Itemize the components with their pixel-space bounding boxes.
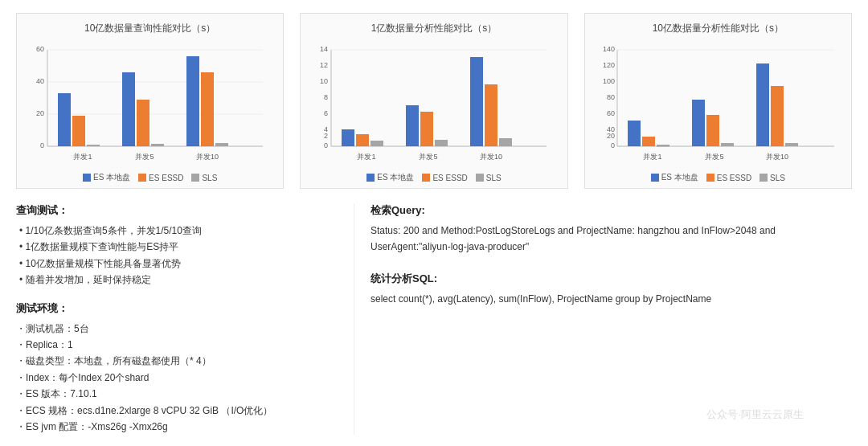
chart-box-3: 10亿数据量分析性能对比（s） 140 120 100 80 60 40 20 … (584, 13, 852, 189)
chart-svg-1: 60 40 20 0 并发1 (30, 40, 271, 169)
svg-text:20: 20 (607, 132, 615, 140)
svg-text:并发1: 并发1 (357, 153, 375, 161)
svg-text:并发1: 并发1 (644, 153, 662, 161)
sql-block: 统计分析SQL: select count(*), avg(Latency), … (371, 272, 852, 307)
query-test-title: 查询测试： (16, 203, 346, 218)
svg-rect-66 (756, 63, 769, 146)
svg-text:60: 60 (36, 45, 44, 53)
chart-svg-3: 140 120 100 80 60 40 20 0 并发1 (597, 40, 838, 169)
svg-rect-20 (215, 143, 228, 146)
svg-text:并发5: 并发5 (419, 153, 437, 161)
query-item-2: 10亿数据量规模下性能具备显著优势 (19, 256, 346, 272)
legend-es-local-3: ES 本地盘 (651, 172, 698, 183)
svg-rect-58 (628, 121, 641, 146)
search-query-content: Status: 200 and Method:PostLogStoreLogs … (371, 223, 852, 256)
search-query-block: 检索Query: Status: 200 and Method:PostLogS… (371, 203, 852, 256)
svg-rect-43 (485, 84, 497, 146)
svg-text:并发5: 并发5 (706, 153, 724, 161)
svg-text:并发5: 并发5 (135, 153, 154, 161)
env-item-2: ・磁盘类型：本地盘，所有磁盘都使用（* 4） (16, 353, 346, 369)
main-container: 10亿数据量查询性能对比（s） 60 40 20 0 (0, 0, 868, 443)
svg-text:12: 12 (320, 61, 328, 69)
chart-box-2: 1亿数据量分析性能对比（s） 14 12 10 8 6 4 2 0 (300, 13, 567, 189)
env-item-4: ・ES 版本：7.10.1 (16, 386, 346, 402)
svg-rect-63 (706, 115, 719, 146)
query-item-3: 随着并发增加，延时保持稳定 (19, 272, 346, 288)
svg-rect-39 (420, 112, 433, 146)
svg-text:140: 140 (603, 45, 615, 53)
svg-text:40: 40 (36, 77, 44, 85)
svg-rect-10 (58, 93, 71, 146)
chart-svg-2: 14 12 10 8 6 4 2 0 并发1 (313, 40, 555, 169)
sql-content: select count(*), avg(Latency), sum(InFlo… (371, 291, 852, 307)
svg-rect-36 (371, 141, 383, 146)
legend-es-local-2: ES 本地盘 (366, 172, 414, 183)
svg-rect-38 (406, 105, 419, 146)
legend-sls-3: SLS (760, 172, 785, 183)
svg-text:0: 0 (40, 141, 44, 149)
legend-es-essd-1: ES ESSD (138, 172, 183, 183)
env-item-5: ・ECS 规格：ecs.d1ne.2xlarge 8 vCPU 32 GiB （… (16, 403, 346, 419)
chart-legend-1: ES 本地盘 ES ESSD SLS (83, 172, 217, 183)
svg-text:8: 8 (324, 93, 328, 101)
legend-sls-2: SLS (476, 172, 502, 183)
svg-text:14: 14 (320, 45, 328, 53)
legend-sls-1: SLS (191, 172, 217, 183)
query-item-0: 1/10亿条数据查询5条件，并发1/5/10查询 (19, 223, 346, 239)
charts-row: 10亿数据量查询性能对比（s） 60 40 20 0 (16, 13, 852, 189)
svg-text:10: 10 (320, 77, 328, 85)
svg-rect-35 (356, 134, 369, 146)
svg-text:并发10: 并发10 (766, 153, 788, 161)
svg-text:并发1: 并发1 (73, 153, 92, 161)
svg-rect-11 (72, 116, 85, 146)
svg-text:0: 0 (324, 141, 328, 149)
bottom-row: 查询测试： 1/10亿条数据查询5条件，并发1/5/10查询 1亿数据量规模下查… (16, 203, 852, 435)
svg-rect-44 (499, 138, 512, 146)
chart-box-1: 10亿数据量查询性能对比（s） 60 40 20 0 (16, 13, 284, 189)
svg-rect-68 (785, 143, 798, 146)
env-content: ・测试机器：5台 ・Replica：1 ・磁盘类型：本地盘，所有磁盘都使用（* … (16, 321, 346, 436)
svg-rect-12 (87, 145, 100, 146)
legend-es-essd-3: ES ESSD (706, 172, 751, 183)
chart-title-2: 1亿数据量分析性能对比（s） (371, 22, 497, 35)
svg-text:80: 80 (607, 93, 615, 101)
svg-text:100: 100 (603, 77, 615, 85)
left-col: 查询测试： 1/10亿条数据查询5条件，并发1/5/10查询 1亿数据量规模下查… (16, 203, 354, 435)
svg-rect-42 (470, 57, 483, 146)
svg-rect-34 (342, 129, 354, 146)
svg-text:20: 20 (36, 109, 44, 117)
legend-es-essd-2: ES ESSD (422, 172, 467, 183)
svg-text:120: 120 (603, 61, 615, 69)
env-item-0: ・测试机器：5台 (16, 321, 346, 337)
svg-rect-62 (692, 100, 705, 146)
svg-text:2: 2 (324, 132, 328, 140)
chart-title-1: 10亿数据量查询性能对比（s） (84, 22, 215, 35)
search-query-title: 检索Query: (371, 203, 852, 218)
svg-text:并发10: 并发10 (196, 153, 219, 161)
env-block: 测试环境： ・测试机器：5台 ・Replica：1 ・磁盘类型：本地盘，所有磁盘… (16, 301, 346, 436)
svg-text:60: 60 (607, 109, 615, 117)
svg-rect-59 (642, 137, 655, 146)
right-col: 检索Query: Status: 200 and Method:PostLogS… (354, 203, 852, 435)
legend-es-local-1: ES 本地盘 (83, 172, 130, 183)
sql-title: 统计分析SQL: (371, 272, 852, 286)
svg-rect-64 (721, 143, 734, 146)
svg-rect-16 (151, 144, 164, 146)
chart-legend-2: ES 本地盘 ES ESSD SLS (366, 172, 501, 183)
svg-rect-40 (435, 140, 448, 146)
svg-text:6: 6 (324, 109, 328, 117)
svg-rect-19 (201, 72, 214, 146)
env-item-6: ・ES jvm 配置：-Xms26g -Xmx26g (16, 419, 346, 435)
query-item-1: 1亿数据量规模下查询性能与ES持平 (19, 239, 346, 255)
env-item-3: ・Index：每个Index 20个shard (16, 370, 346, 386)
query-test-content: 1/10亿条数据查询5条件，并发1/5/10查询 1亿数据量规模下查询性能与ES… (16, 223, 346, 288)
env-item-1: ・Replica：1 (16, 337, 346, 353)
svg-text:并发10: 并发10 (480, 153, 502, 161)
env-title: 测试环境： (16, 301, 346, 316)
svg-rect-60 (657, 145, 669, 147)
svg-rect-14 (122, 72, 135, 146)
chart-title-3: 10亿数据量分析性能对比（s） (653, 22, 784, 35)
svg-rect-67 (771, 86, 784, 146)
svg-text:0: 0 (611, 141, 615, 149)
svg-rect-15 (137, 100, 149, 146)
